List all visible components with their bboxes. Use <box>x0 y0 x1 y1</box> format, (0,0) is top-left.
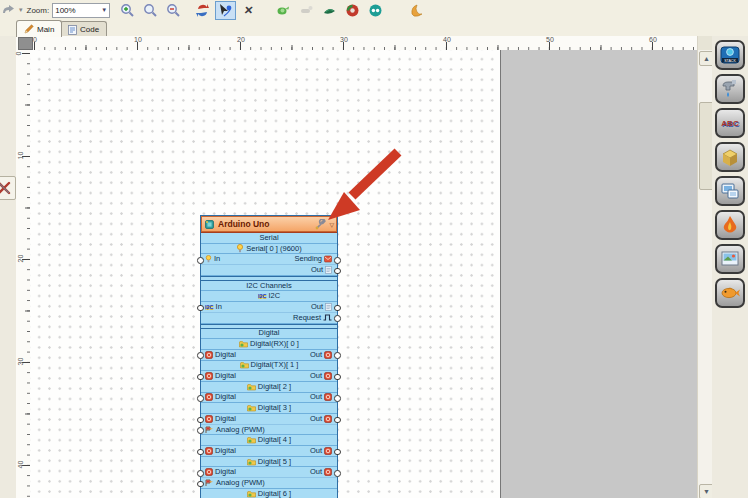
wrench-icon[interactable] <box>315 219 326 230</box>
zoom-in-icon[interactable] <box>117 1 138 20</box>
square-wave-icon <box>323 314 332 321</box>
channel-title: I2C I2C <box>201 291 337 302</box>
water-category-icon[interactable] <box>715 74 745 104</box>
zoom-normal-icon[interactable] <box>140 1 161 20</box>
output-pin[interactable] <box>334 315 341 322</box>
v-ruler-40: 40 <box>17 461 24 469</box>
h-ruler-30: 30 <box>340 36 348 43</box>
pin-row: Digital Out <box>201 393 337 404</box>
m5stack-category-icon[interactable]: STACK <box>715 40 745 70</box>
left-panel-strip <box>0 36 17 498</box>
visuino-window: ▾ Zoom: 100% ▼ ✕ <box>0 0 748 498</box>
wire-mode-icon[interactable] <box>215 1 236 20</box>
pin-row: Digital Out <box>201 371 337 382</box>
output-pin[interactable] <box>334 449 341 456</box>
analog-pwm-icon <box>205 479 214 487</box>
digital-pin-icon <box>205 468 213 476</box>
digital-pin-icon <box>205 351 213 359</box>
component-dropdown-icon[interactable]: ▽ <box>329 221 334 228</box>
tab-code-label: Code <box>80 25 99 34</box>
canvas-vertical-scrollbar[interactable]: ▲ ▼ <box>697 36 713 498</box>
pin-row: Digital Out <box>201 446 337 457</box>
arduino-uno-component[interactable]: Arduino Uno ▽ Serial Serial[ 0 ] (9600) … <box>200 215 338 498</box>
section-title: Digital <box>201 329 337 340</box>
i2c-icon: I2C <box>258 291 267 301</box>
folder-icon <box>247 490 256 498</box>
channel-title: Digital[ 6 ] <box>201 489 337 498</box>
output-pin[interactable] <box>334 305 341 312</box>
fish-category-icon[interactable] <box>715 278 745 308</box>
package-category-icon[interactable] <box>715 142 745 172</box>
canvas-outside-area <box>501 50 697 498</box>
undo-dropdown[interactable]: ▾ <box>19 6 23 14</box>
v-ruler-20: 20 <box>17 255 24 263</box>
analog-pwm-icon <box>205 426 214 434</box>
section-title: Serial <box>201 233 337 244</box>
pin-row: Request <box>201 313 337 324</box>
h-ruler-10: 10 <box>134 36 142 43</box>
component-green-icon[interactable] <box>273 1 294 20</box>
zoom-label: Zoom: <box>27 6 50 15</box>
output-pin[interactable] <box>334 374 341 381</box>
text-category-icon[interactable]: ABC <box>715 108 745 138</box>
component-title: Arduino Uno <box>218 219 312 229</box>
v-ruler-30: 30 <box>17 358 24 366</box>
output-pin[interactable] <box>334 268 341 275</box>
component-gray-icon[interactable] <box>296 1 317 20</box>
clipboard-icon <box>325 303 332 311</box>
scrollbar-corner <box>698 36 713 50</box>
connect-icon[interactable] <box>365 1 386 20</box>
v-ruler-0: 0 <box>15 52 22 56</box>
digital-pin-icon <box>205 372 213 380</box>
fire-category-icon[interactable] <box>715 210 745 240</box>
pin-row: Digital Out <box>201 467 337 478</box>
v-ruler-10: 10 <box>17 152 24 160</box>
output-pin[interactable] <box>334 417 341 424</box>
delete-icon[interactable]: ✕ <box>238 1 259 20</box>
digital-pin-icon <box>324 447 332 455</box>
h-ruler-0: 0 <box>33 36 37 43</box>
output-pin[interactable] <box>334 257 341 264</box>
h-ruler-20: 20 <box>237 36 245 43</box>
undo-icon[interactable] <box>0 1 18 20</box>
folder-icon <box>247 404 256 412</box>
zoom-out-icon[interactable] <box>163 1 184 20</box>
section-title: I2C Channels <box>201 281 337 292</box>
pin-row: I2C In Out <box>201 302 337 313</box>
chip-icon <box>204 219 215 230</box>
image-category-icon[interactable] <box>715 244 745 274</box>
channel-title: Digital[ 3 ] <box>201 403 337 414</box>
svg-text:STACK: STACK <box>724 59 736 63</box>
output-pin[interactable] <box>334 395 341 402</box>
tools-button[interactable] <box>0 176 16 200</box>
digital-pin-icon <box>205 447 213 455</box>
reconnect-icon[interactable] <box>192 1 213 20</box>
channel-title: Digital(RX)[ 0 ] <box>201 339 337 350</box>
digital-pin-icon <box>205 393 213 401</box>
build-icon[interactable] <box>342 1 363 20</box>
component-header[interactable]: Arduino Uno ▽ <box>201 216 337 233</box>
clipboard-icon <box>325 266 332 274</box>
i2c-icon: I2C <box>205 302 214 312</box>
chevron-down-icon: ▼ <box>101 7 107 13</box>
upload-icon[interactable] <box>406 1 427 20</box>
digital-pin-icon <box>324 468 332 476</box>
folder-icon <box>247 383 256 391</box>
display-category-icon[interactable] <box>715 176 745 206</box>
tab-main[interactable]: Main <box>16 20 62 37</box>
channel-title: Digital(TX)[ 1 ] <box>201 361 337 372</box>
pin-row: In Sending <box>201 254 337 265</box>
digital-pin-icon <box>324 351 332 359</box>
ruler-corner <box>16 36 34 51</box>
output-pin[interactable] <box>334 352 341 359</box>
folder-icon <box>240 361 249 369</box>
tab-code[interactable]: Code <box>60 21 107 37</box>
output-pin[interactable] <box>334 470 341 477</box>
vertical-ruler: 0 10 20 30 40 <box>16 50 31 498</box>
channel-title: Digital[ 2 ] <box>201 382 337 393</box>
zoom-select[interactable]: 100% ▼ <box>52 3 110 18</box>
component-darkgreen-icon[interactable] <box>319 1 340 20</box>
pin-row: Analog (PWM) <box>201 425 337 436</box>
channel-title: Serial[ 0 ] (9600) <box>201 244 337 255</box>
component-palette: STACK ABC <box>712 36 748 498</box>
